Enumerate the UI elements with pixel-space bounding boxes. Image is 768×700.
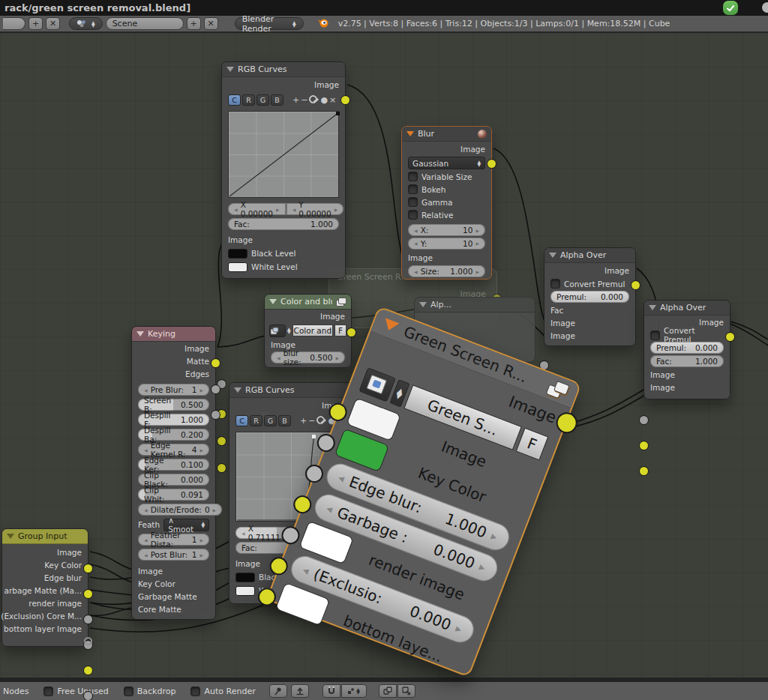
- collapse-triangle-icon[interactable]: [406, 131, 414, 136]
- white-level-swatch[interactable]: [228, 262, 248, 272]
- black-level-swatch[interactable]: [228, 249, 248, 259]
- socket-output-image[interactable]: [632, 281, 640, 289]
- socket-output-image[interactable]: [347, 328, 356, 337]
- cycle-datablock-icon[interactable]: ▲▼: [287, 328, 291, 334]
- collapse-triangle-icon[interactable]: [269, 299, 277, 304]
- collapse-triangle-icon[interactable]: [234, 387, 242, 393]
- gamma-checkbox[interactable]: [408, 197, 418, 207]
- node-alpha-over-1[interactable]: Alpha Over Image Convert Premul Premul:0…: [544, 247, 636, 346]
- point-y-slider[interactable]: Y 0.00000: [286, 203, 344, 215]
- socket-output-image[interactable]: [212, 359, 220, 367]
- relative-checkbox[interactable]: [408, 210, 418, 220]
- clip-white-slider[interactable]: Clip Whit:0.091: [138, 489, 209, 501]
- reset-curve-icon[interactable]: ×: [329, 96, 336, 104]
- collapse-triangle-icon[interactable]: [649, 305, 656, 310]
- socket-input-fac[interactable]: [640, 416, 648, 424]
- convert-premul-checkbox[interactable]: [650, 331, 660, 340]
- node-alpha-over-2[interactable]: Alpha Over Image Convert Premul Premul:0…: [644, 300, 730, 399]
- socket-output-render-image[interactable]: [84, 666, 92, 675]
- channel-c-button[interactable]: C: [228, 94, 241, 106]
- dilate-erode-slider[interactable]: Dilate/Erode:0: [138, 504, 222, 516]
- feather-distance-slider[interactable]: Feather Dista:1: [138, 534, 209, 546]
- output-image-label: Image: [314, 80, 339, 89]
- node-keying[interactable]: Keying Image Matte Edges Pre Blur:1 Scre…: [131, 326, 216, 620]
- node-color-and-blur-group[interactable]: Color and blur ... Image ▲▼ Color and F …: [264, 294, 352, 368]
- remove-point-icon[interactable]: −: [308, 417, 315, 425]
- collapse-triangle-icon[interactable]: [549, 253, 556, 258]
- post-blur-slider[interactable]: Post Blur:1: [138, 549, 209, 561]
- blur-y-slider[interactable]: Y:10: [408, 238, 485, 250]
- point-x-slider[interactable]: X 0.00000: [228, 203, 286, 215]
- blur-x-slider[interactable]: X:10: [408, 224, 485, 236]
- premul-slider[interactable]: Premul:0.000: [650, 342, 724, 354]
- curve-widget[interactable]: [228, 111, 339, 198]
- collapse-triangle-icon[interactable]: [382, 318, 400, 333]
- group-name-field[interactable]: Color and: [292, 325, 333, 337]
- node-blur[interactable]: Blur Image Gaussian ▲▼ Variable Size Bok…: [401, 126, 492, 280]
- socket-output-virtual[interactable]: [84, 637, 92, 645]
- socket-input-image-1[interactable]: [640, 441, 648, 450]
- socket-output-key-color[interactable]: [84, 590, 92, 598]
- pre-blur-slider[interactable]: Pre Blur:1: [138, 384, 209, 396]
- channel-r-button[interactable]: R: [242, 94, 255, 106]
- collapse-triangle-icon[interactable]: [419, 302, 427, 307]
- output-core-matte-label: (Exclusion) Core M...: [1, 612, 82, 621]
- clip-black-slider[interactable]: Clip Black:0.000: [138, 474, 209, 486]
- channel-b-button[interactable]: B: [278, 415, 291, 426]
- black-level-swatch[interactable]: [236, 573, 255, 582]
- fac-slider[interactable]: Fac: 1.000: [228, 218, 339, 230]
- bokeh-checkbox[interactable]: [408, 184, 418, 194]
- remove-point-icon[interactable]: −: [301, 96, 308, 104]
- channel-g-button[interactable]: G: [264, 415, 277, 426]
- wrench-tools-icon[interactable]: [316, 416, 326, 425]
- socket-output-image[interactable]: [726, 333, 734, 341]
- collapse-triangle-icon[interactable]: [7, 534, 14, 539]
- variable-size-label: Variable Size: [422, 172, 472, 181]
- fac-slider[interactable]: Fac:1.000: [650, 355, 724, 367]
- convert-premul-checkbox[interactable]: [550, 279, 560, 289]
- fake-user-button[interactable]: F: [334, 325, 346, 337]
- fake-user-button[interactable]: F: [515, 428, 548, 461]
- socket-output-edges[interactable]: [212, 411, 220, 419]
- socket-output-image[interactable]: [341, 96, 350, 104]
- socket-output-matte[interactable]: [212, 385, 220, 393]
- feather-falloff-select[interactable]: ∧ Smoot ▲▼: [164, 519, 209, 531]
- input-image1-label: Image: [550, 319, 575, 328]
- input-image2-label: Image: [550, 331, 575, 340]
- variable-size-checkbox[interactable]: [408, 172, 418, 181]
- channel-r-button[interactable]: R: [250, 415, 262, 426]
- socket-input-image-2[interactable]: [640, 467, 648, 475]
- edge-kernel-radius-slider[interactable]: Edge Kernel R:4: [138, 444, 209, 456]
- socket-input-black-level[interactable]: [218, 437, 226, 445]
- node-title: Blur: [418, 129, 434, 139]
- chevron-updown-icon: ▲▼: [477, 160, 481, 166]
- add-point-icon[interactable]: +: [300, 417, 307, 425]
- socket-output-exclusion-core-matte[interactable]: [84, 692, 92, 700]
- collapse-triangle-icon[interactable]: [136, 331, 144, 337]
- socket-output-edge-blur[interactable]: [84, 615, 92, 624]
- despill-balance-slider[interactable]: Despill Ba:0.200: [138, 429, 209, 441]
- channel-b-button[interactable]: B: [271, 94, 284, 106]
- filter-type-select[interactable]: Gaussian ▲▼: [408, 157, 485, 169]
- black-white-point-icon[interactable]: ●: [320, 96, 328, 104]
- input-image-label: Image: [228, 235, 253, 244]
- premul-slider[interactable]: Premul:0.000: [550, 291, 629, 303]
- socket-input-white-level[interactable]: [218, 464, 226, 472]
- collapse-triangle-icon[interactable]: [226, 67, 234, 72]
- despill-factor-slider[interactable]: Despill F:1.000: [138, 414, 209, 426]
- datablock-icon-button[interactable]: [269, 325, 286, 337]
- channel-c-button[interactable]: C: [236, 415, 248, 426]
- node-rgb-curves-1[interactable]: RGB Curves Image C R G B + − ● × X 0.000…: [221, 61, 346, 279]
- screen-balance-slider[interactable]: Screen B:0.500: [138, 399, 209, 411]
- blur-size-slider[interactable]: blur size:0.500: [271, 351, 345, 363]
- white-level-swatch[interactable]: [236, 586, 255, 596]
- node-group-input[interactable]: Group Input Image Key Color Edge blur ar…: [2, 528, 88, 647]
- datablock-icon-button[interactable]: [358, 367, 396, 402]
- channel-g-button[interactable]: G: [256, 94, 269, 106]
- wrench-tools-icon[interactable]: [309, 95, 319, 104]
- add-point-icon[interactable]: +: [292, 96, 299, 104]
- socket-output-image[interactable]: [84, 564, 92, 573]
- edge-kernel-tolerance-slider[interactable]: Edge Ker:0.100: [138, 459, 209, 471]
- size-slider[interactable]: Size:1.000: [408, 265, 485, 277]
- socket-output-image[interactable]: [488, 160, 496, 168]
